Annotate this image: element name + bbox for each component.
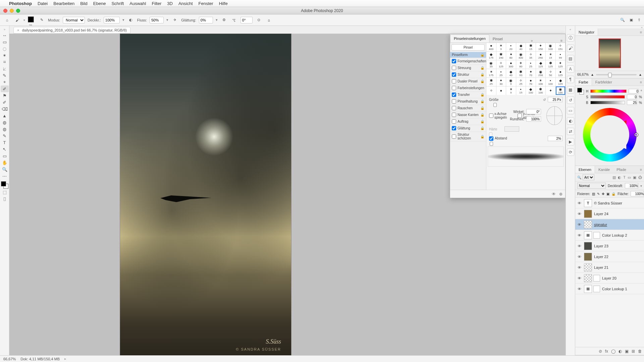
brush-tip[interactable]: ◆40 <box>516 43 526 51</box>
pressure-opacity-icon[interactable]: ◐ <box>127 16 135 24</box>
menu-window[interactable]: Fenster <box>199 1 213 6</box>
menu-help[interactable]: Hilfe <box>219 1 228 6</box>
history-brush-tool[interactable]: ✐ <box>1 99 9 106</box>
lock-pos-icon[interactable]: ✥ <box>602 192 604 196</box>
eraser-tool[interactable]: ⌫ <box>1 106 9 112</box>
tab-brush-settings[interactable]: Pinseleinstellungen <box>450 35 489 43</box>
zoom-slider[interactable] <box>596 74 637 75</box>
symmetry-icon[interactable]: ⩍ <box>265 16 273 24</box>
brush-tip[interactable]: ▪25 <box>496 69 506 77</box>
angle-value-input[interactable] <box>526 109 541 114</box>
brush-tip[interactable]: ●300 <box>506 60 516 69</box>
tab-brushes[interactable]: Pinsel <box>489 35 506 43</box>
marquee-tool[interactable]: ▭ <box>1 39 9 45</box>
brush-tip[interactable]: ▪20 <box>506 43 516 51</box>
screen-mode-toggle[interactable]: ⌷ <box>1 195 9 202</box>
visibility-icon[interactable]: 👁 <box>577 201 582 205</box>
layer-row[interactable]: 👁Layer 21 <box>575 262 644 273</box>
3d-icon[interactable]: ⇄ <box>567 128 574 135</box>
reset-size-icon[interactable]: ↺ <box>543 98 546 102</box>
navigator-menu-icon[interactable]: ≡ <box>638 30 644 34</box>
brush-tip[interactable]: ✶9 <box>506 86 516 95</box>
brush-tip[interactable]: ●70 <box>526 78 536 86</box>
path-select-tool[interactable]: ↖ <box>1 146 9 153</box>
brush-tip[interactable]: ✶106 <box>536 78 546 86</box>
tab-swatches[interactable]: Farbfelder <box>592 78 615 85</box>
lock-all-icon[interactable]: 🔒 <box>611 192 615 196</box>
layer-row[interactable]: 👁Layer 23 <box>575 241 644 251</box>
adjustment-icon[interactable]: ◐ <box>619 349 622 354</box>
lock-nest-icon[interactable]: ▣ <box>606 192 609 196</box>
brush-tip[interactable]: ● <box>496 86 506 95</box>
app-menu[interactable]: Photoshop <box>9 1 32 6</box>
frame-tool[interactable]: ⟀ <box>1 65 9 72</box>
brush-tip[interactable]: ◉35 <box>486 60 496 69</box>
document-tab[interactable]: × dailyspeedpainting_2018_v003.psd bei 6… <box>13 27 130 34</box>
brush-settings-icon[interactable]: 🖌 <box>567 45 574 52</box>
angle-input[interactable] <box>240 17 253 23</box>
menu-edit[interactable]: Bearbeiten <box>53 1 74 6</box>
healing-brush-tool[interactable]: ⌖ <box>1 79 9 85</box>
angle-control[interactable] <box>546 106 562 125</box>
blur-tool[interactable]: ◍ <box>1 119 9 126</box>
close-tab-icon[interactable]: × <box>17 28 19 32</box>
clone-stamp-tool[interactable]: ⚑ <box>1 92 9 99</box>
layer-blend-select[interactable]: Normal <box>577 183 606 189</box>
character-icon[interactable]: A <box>567 65 574 73</box>
visibility-icon[interactable]: 👁 <box>577 255 582 259</box>
pen-tool[interactable]: ✎ <box>1 132 9 139</box>
panel-collapse-icon[interactable]: » <box>528 39 536 43</box>
history-icon[interactable]: ↺ <box>567 97 574 104</box>
brush-tool[interactable]: ✐ <box>1 85 9 92</box>
smoothing-options-icon[interactable]: ⚙ <box>220 16 228 24</box>
brush-tip[interactable]: ✶15 <box>546 52 555 60</box>
brush-section-10[interactable]: Auftrag🔒 <box>450 118 486 125</box>
channels-icon[interactable]: ⟳ <box>567 148 574 156</box>
color-menu-icon[interactable]: ≡ <box>638 80 644 84</box>
menu-select[interactable]: Auswahl <box>129 1 146 6</box>
color-wheel[interactable] <box>583 108 637 162</box>
roundness-input[interactable] <box>526 116 541 122</box>
filter-smart-icon[interactable]: ▣ <box>633 175 636 180</box>
layer-row[interactable]: 👁Layer 20 <box>575 273 644 284</box>
brush-tip[interactable]: ◉400 <box>516 52 526 60</box>
bri-input[interactable] <box>627 100 637 105</box>
magic-wand-tool[interactable]: ✶ <box>1 52 9 59</box>
lasso-tool[interactable]: ◌ <box>1 45 9 52</box>
color-fg-bg-swatch[interactable] <box>577 88 584 95</box>
home-icon[interactable]: ⌂ <box>3 16 11 24</box>
brush-tip[interactable]: ✱150 <box>496 52 506 60</box>
brush-tip[interactable]: ✱125 <box>546 60 555 69</box>
shape-tool[interactable]: ▭ <box>1 153 9 159</box>
visibility-icon[interactable]: 👁 <box>577 287 582 291</box>
brush-tip[interactable]: ✦80 <box>506 52 516 60</box>
brushes-button[interactable]: Pinsel <box>451 44 485 51</box>
menu-file[interactable]: Datei <box>38 1 48 6</box>
gradient-tool[interactable]: ▲ <box>1 112 9 119</box>
brush-tip[interactable]: ✦70 <box>526 69 536 77</box>
layer-row[interactable]: 👁▦Color Lookup 2 <box>575 230 644 241</box>
brush-preview-swatch[interactable]: 25 <box>28 16 35 24</box>
tab-layers[interactable]: Ebenen <box>575 166 595 173</box>
link-layers-icon[interactable]: ⊘ <box>599 349 602 354</box>
lock-trans-icon[interactable]: ▧ <box>592 192 595 196</box>
brush-tip[interactable]: ◉298 <box>536 69 546 77</box>
brush-tip[interactable]: ✧35 <box>526 52 536 60</box>
crop-tool[interactable]: ⌗ <box>1 59 9 65</box>
filter-adjust-icon[interactable]: ◐ <box>618 175 621 180</box>
brush-tip[interactable]: ✶80 <box>516 60 526 69</box>
brush-tip[interactable]: ✧151 <box>556 43 566 51</box>
dodge-tool[interactable]: ◍ <box>1 126 9 132</box>
brush-tip[interactable]: ✱25 <box>486 78 496 86</box>
status-zoom[interactable]: 66,67% <box>3 357 16 361</box>
brush-section-8[interactable]: Rauschen🔒 <box>450 105 486 112</box>
artwork-canvas[interactable]: S.Süss © SANDRA SÜSSER <box>120 34 291 355</box>
visibility-icon[interactable]: 👁 <box>577 223 582 227</box>
brush-section-0[interactable]: Pinselform🔒 <box>450 52 486 58</box>
sat-input[interactable] <box>627 95 637 99</box>
visibility-icon[interactable]: 👁 <box>577 265 582 269</box>
brush-tip[interactable]: ▪100 <box>546 78 555 86</box>
color-swatches[interactable] <box>1 181 8 189</box>
pressure-size-icon[interactable]: ⊙ <box>255 16 263 24</box>
fx-icon[interactable]: fx <box>605 349 608 354</box>
